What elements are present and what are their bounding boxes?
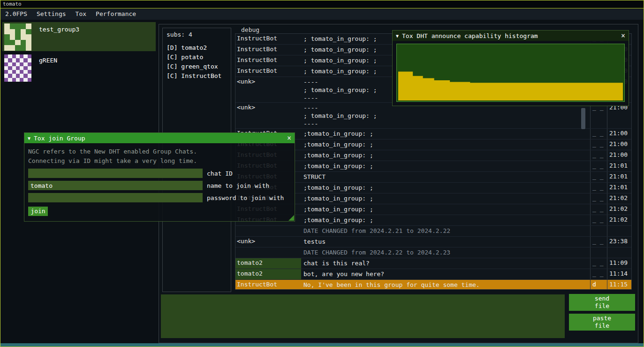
sender-name: InstructBot <box>235 280 301 290</box>
window-titlebar: tomato <box>0 0 644 8</box>
chat-header[interactable]: debug <box>241 26 259 33</box>
sender-name: InstructBot <box>235 34 301 44</box>
close-icon[interactable]: × <box>621 32 625 39</box>
message-line: ;tomato_in_group: ; <box>303 162 590 170</box>
join-window-titlebar[interactable]: ▼ Tox join Group × <box>24 133 295 143</box>
histogram-plot-area[interactable] <box>396 44 625 102</box>
join-field-row: name to join with <box>28 181 291 190</box>
message-flags: _ _ <box>590 183 607 193</box>
system-text: DATE CHANGED from 2024.2.21 to 2024.2.22 <box>301 226 590 236</box>
histogram-window-titlebar[interactable]: ▼ Tox DHT announce capability histogram … <box>393 31 629 41</box>
message-line: ---- <box>303 120 590 128</box>
contact-name: test_group3 <box>39 23 79 33</box>
message-text: STRUCT <box>301 172 590 182</box>
collapse-arrow-icon[interactable]: ▼ <box>396 33 399 39</box>
close-icon[interactable]: × <box>287 135 291 142</box>
chat-message-row[interactable]: tomato2bot, are you new here?_ _11:14 <box>235 269 631 280</box>
join-field-row: password to join with <box>28 193 291 202</box>
message-text: ;tomato_in_group: ; <box>301 150 590 161</box>
sender-name: InstructBot <box>235 55 301 66</box>
message-time: 21:02 <box>607 215 631 225</box>
menu-item-settings[interactable]: Settings <box>32 9 71 20</box>
sender-name: <unk> <box>235 237 301 247</box>
message-time: 21:00 <box>607 139 631 150</box>
join-info-line-2: Connecting via ID might take a very long… <box>28 156 291 166</box>
sender-name: InstructBot <box>235 45 301 55</box>
menu-item-2-0fps[interactable]: 2.0FPS <box>0 9 32 20</box>
message-text: No, I've been in this group for quite so… <box>301 280 590 290</box>
message-time: 21:00 <box>607 103 631 128</box>
contact-green[interactable]: gREEN <box>2 53 156 82</box>
member-d-tomato2[interactable]: [D] tomato2 <box>167 43 227 53</box>
message-input[interactable] <box>161 294 565 338</box>
message-flags: _ _ <box>590 204 607 215</box>
menu-item-tox[interactable]: Tox <box>71 9 91 20</box>
send-file-button[interactable]: send file <box>569 294 635 311</box>
chat-message-row[interactable]: tomato2chat is this real?_ _11:09 <box>235 258 631 269</box>
chat-message-row[interactable]: <unk>----; tomato_in_group: ;----_ _21:0… <box>235 103 631 129</box>
contact-name: gREEN <box>39 54 57 64</box>
chat-system-row: DATE CHANGED from 2024.2.21 to 2024.2.22 <box>235 226 631 237</box>
field-label: password to join with <box>207 194 284 201</box>
message-text: ;tomato_in_group: ; <box>301 161 590 171</box>
message-time: 21:01 <box>607 172 631 182</box>
message-line: chat is this real? <box>303 259 590 267</box>
join-group-window: ▼ Tox join Group × NGC refers to the New… <box>24 132 295 222</box>
message-time: 21:02 <box>607 193 631 204</box>
message-flags: _ _ <box>590 237 607 247</box>
message-time: 21:00 <box>607 150 631 161</box>
resize-grip-handle[interactable] <box>288 215 294 221</box>
join-field-password-to-join-with[interactable] <box>28 193 203 202</box>
join-button[interactable]: join <box>28 207 48 216</box>
message-text: chat is this real? <box>301 258 590 269</box>
message-line: ;tomato_in_group: ; <box>303 184 590 192</box>
chat-message-row[interactable]: InstructBotNo, I've been in this group f… <box>235 280 631 290</box>
message-flags: _ _ <box>590 129 607 139</box>
histogram-window: ▼ Tox DHT announce capability histogram … <box>392 30 629 106</box>
system-text: DATE CHANGED from 2024.2.22 to 2024.2.23 <box>301 247 590 258</box>
message-text: ;tomato_in_group: ; <box>301 193 590 204</box>
histogram-plot-svg <box>397 44 624 101</box>
member-list: [D] tomato2[C] potato[C] green_qtox[C] I… <box>167 43 227 81</box>
sender-name: <unk> <box>235 77 301 102</box>
message-text: ;tomato_in_group: ; <box>301 129 590 139</box>
sender-name: tomato2 <box>235 269 301 279</box>
contact-list: test_group3gREEN <box>2 22 156 82</box>
message-line: ;tomato_in_group: ; <box>303 151 590 159</box>
message-line: ;tomato_in_group: ; <box>303 194 590 202</box>
message-text: ----; tomato_in_group: ;---- <box>301 103 590 128</box>
message-time: 21:01 <box>607 161 631 171</box>
window-title: tomato <box>3 1 22 7</box>
chat-message-row[interactable]: <unk>testus_ _23:38 <box>235 237 631 247</box>
message-line: ;tomato_in_group: ; <box>303 140 590 148</box>
message-flags <box>590 226 607 236</box>
message-line: testus <box>303 238 590 246</box>
sender-name: tomato2 <box>235 258 301 269</box>
message-line: ;tomato_in_group: ; <box>303 205 590 213</box>
message-text: ;tomato_in_group: ; <box>301 204 590 215</box>
message-flags: _ _ <box>590 172 607 182</box>
paste-file-button[interactable]: paste file <box>569 314 635 331</box>
join-field-chat-id[interactable] <box>28 169 203 178</box>
sender-name <box>235 226 301 236</box>
chat-scrollbar-thumb[interactable] <box>581 108 585 129</box>
menu-item-performance[interactable]: Performance <box>91 9 141 20</box>
message-line: No, I've been in this group for quite so… <box>303 281 590 289</box>
join-field-row: chat ID <box>28 169 291 178</box>
message-flags: _ _ <box>590 139 607 150</box>
message-flags: d <box>590 280 607 290</box>
message-time <box>607 226 631 236</box>
contact-test-group3[interactable]: test_group3 <box>2 22 156 51</box>
join-field-name-to-join-with[interactable] <box>28 181 203 190</box>
collapse-arrow-icon[interactable]: ▼ <box>28 136 30 141</box>
message-line: ;tomato_in_group: ; <box>303 130 590 138</box>
message-flags: _ _ <box>590 193 607 204</box>
member-c-green-qtox[interactable]: [C] green_qtox <box>167 62 227 71</box>
member-c-potato[interactable]: [C] potato <box>167 53 227 62</box>
sender-name: <unk> <box>235 103 301 128</box>
message-text: ;tomato_in_group: ; <box>301 139 590 150</box>
message-time: 21:00 <box>607 129 631 139</box>
member-c-instructbot[interactable]: [C] InstructBot <box>167 71 227 81</box>
message-line: STRUCT <box>303 173 590 181</box>
histogram-window-body <box>393 41 629 105</box>
